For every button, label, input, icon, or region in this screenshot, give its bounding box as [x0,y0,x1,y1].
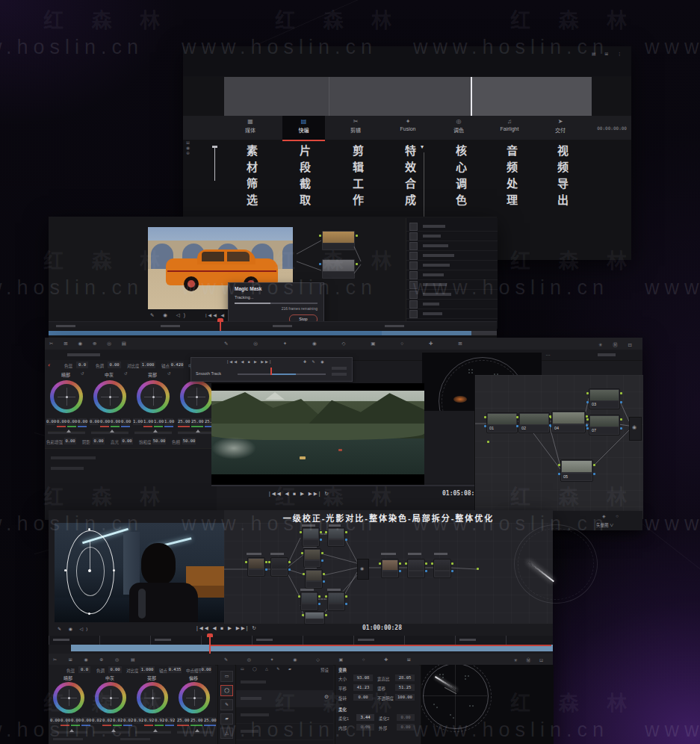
reset-icon[interactable]: ↺ [81,371,84,376]
s-value[interactable]: 3.44 [356,714,374,721]
timeline-strip[interactable] [224,77,592,116]
grade-node[interactable] [300,592,318,611]
window-list-item[interactable] [236,723,333,740]
grade-node[interactable] [303,548,321,568]
mini-playhead[interactable] [214,148,215,181]
corrector-node[interactable]: 04 [551,411,586,433]
toolbar-left-icons[interactable]: ✂ ⊞ ◉ ⊕ ◎ ▤ [53,657,140,662]
gamma-g[interactable]: 0.00 [111,418,120,425]
effect-item[interactable] [406,309,498,319]
gamma-r[interactable]: 0.00 [100,418,109,425]
gamma-y[interactable]: 0.02 [92,717,101,724]
effect-item[interactable] [406,279,498,290]
effect-item[interactable] [406,241,498,251]
param-value[interactable]: 1.000 [140,666,155,673]
lift-y[interactable]: 0.00 [46,418,55,425]
grade-node-src[interactable] [247,557,265,577]
gamma-wheel[interactable] [93,380,126,413]
reset-icon[interactable]: ↺ [124,371,128,376]
circle-window-tool[interactable]: ◯ [220,685,233,696]
scope-selector[interactable]: 矢量图 ∨ [596,522,614,528]
gain-r[interactable]: 0.92 [144,717,153,724]
gain-y[interactable]: 0.92 [134,717,143,724]
param-value[interactable]: 1.000 [140,362,155,368]
bparam-value[interactable]: 50.00 [152,438,166,444]
effect-item[interactable] [406,289,498,300]
gamma-g[interactable]: 0.02 [113,717,122,724]
lift-b[interactable]: 0.00 [81,717,90,724]
gain-r[interactable]: 1.00 [143,418,152,425]
param-value[interactable]: 0.00 [108,666,122,673]
node-graph[interactable]: 01 02 04 03 [474,375,643,519]
gain-wheel[interactable] [137,682,168,713]
lift-g[interactable]: 0.00 [71,717,80,724]
gamma-r[interactable]: 0.02 [102,717,111,724]
bparam-value[interactable]: 0.00 [93,438,105,444]
gamma-master-slider[interactable] [91,431,128,434]
tab-media[interactable]: ▦ 媒体 [229,118,271,134]
param-value[interactable]: 0.00 [201,666,211,673]
t-value[interactable]: 93.08 [353,675,373,681]
effect-item[interactable] [406,250,498,261]
bparam-value[interactable]: 0.00 [64,438,76,444]
color-transport[interactable]: |◀◀ ◀ ■ ▶ ▶▶| ↻ [269,491,330,497]
grade-node-face[interactable] [381,559,399,578]
gain-g[interactable]: 1.00 [154,418,163,425]
grade-node[interactable] [433,559,451,578]
gain-b[interactable]: 0.92 [165,717,174,724]
t-value[interactable]: 28.05 [395,675,415,681]
offset-g[interactable]: 25.00 [191,418,203,425]
offset-master-slider[interactable] [178,431,214,434]
gamma-master-slider[interactable] [93,731,129,734]
pw-handle[interactable] [88,528,90,530]
color-viewer[interactable] [211,383,424,486]
offset-master-slider[interactable] [177,731,213,734]
gradient-window-tool[interactable]: ▰ [220,713,233,725]
param-value[interactable]: 0.00 [108,362,121,368]
offset-r[interactable]: 25.00 [177,717,189,724]
lift-r[interactable]: 0.00 [61,717,69,724]
lift-master-slider[interactable] [52,731,87,734]
presets-label[interactable]: 预设 [320,667,329,673]
tracker-tools[interactable]: ✚ ✎ ◉ [303,359,326,364]
param-value[interactable]: 0.420 [170,362,184,368]
scope-tool-icons[interactable]: ◈ ○ [602,513,623,518]
playhead[interactable] [471,77,472,116]
s-value[interactable]: 0.00 [397,724,415,731]
grade-node[interactable] [327,527,345,547]
window-list-item[interactable] [236,707,333,724]
param-value[interactable]: 0.0 [76,362,88,368]
lift-r[interactable]: 0.00 [57,418,66,425]
s-value[interactable]: 0.00 [397,714,415,721]
combiner-node[interactable]: ◉ [357,559,369,580]
t-value[interactable]: 0.00 [353,694,373,701]
offset-r[interactable]: 25.00 [178,418,190,425]
grade-node[interactable] [305,569,323,589]
gain-b[interactable]: 1.00 [164,418,173,425]
fusion-clip-bar[interactable] [49,331,497,335]
lift-y[interactable]: 0.00 [50,717,59,724]
left-rail-icons[interactable]: ⊞◉⊕ [186,140,192,155]
tab-color[interactable]: ◎ 调色 [438,118,480,134]
fusion-timeline-ruler[interactable] [49,321,497,331]
toolbar-center-icons[interactable]: ✎ ◎ ✦ ◉ ◇ ▣ ○ ✚ ⊞ [224,657,420,662]
tab-deliver[interactable]: ➤ 交付 [539,118,581,134]
wheel-mode-icon[interactable]: ◐ [48,362,51,368]
effect-item[interactable] [406,270,498,280]
grade-node[interactable] [270,557,288,577]
grade-ruler[interactable] [49,636,553,645]
lift-master-slider[interactable] [48,431,85,434]
window-list-item[interactable]: ⊙ [236,690,333,707]
window-list-item[interactable] [236,674,333,691]
curve-window-tool[interactable]: △ [220,728,233,739]
gamma-wheel[interactable] [95,682,126,713]
grade-node-graph[interactable]: ◉ [224,523,553,624]
tab-fusion[interactable]: ✦ Fusion [387,118,429,131]
gamma-b[interactable]: 0.00 [121,418,130,425]
gain-master-slider[interactable] [135,731,171,734]
tracker-transport[interactable]: |◀◀ ◀ ■ ▶ ▶▶| [227,359,272,364]
gain-master-slider[interactable] [134,431,172,434]
tracker-playhead[interactable] [270,368,272,375]
tracker-line[interactable] [238,373,326,375]
t-value[interactable]: 51.25 [395,684,415,691]
